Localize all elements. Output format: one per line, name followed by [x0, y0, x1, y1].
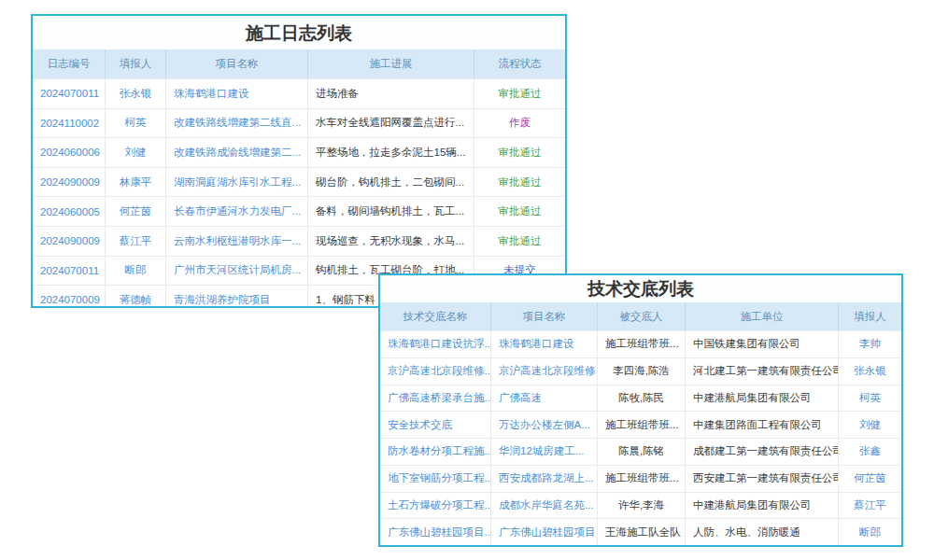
disclosure-name-cell[interactable]: 广佛高速桥梁承台施...	[380, 385, 490, 412]
table-row: 2024060006刘健改建铁路成渝线增建第二...平整场地，拉走多余泥土15辆…	[33, 137, 565, 167]
progress-cell: 现场巡查，无积水现象，水马...	[307, 226, 474, 256]
reporter-cell[interactable]: 林康平	[105, 167, 165, 197]
log-header-row: 日志编号填报人项目名称施工进展流程状态	[33, 49, 565, 78]
status-cell[interactable]: 审批通过	[474, 167, 565, 197]
project-name-cell[interactable]: 珠海鹤港口建设	[490, 330, 597, 357]
table-row: 2024110002柯英改建铁路线增建第二线直...水车对全线遮阳网覆盖点进行.…	[33, 108, 565, 138]
log-id-cell[interactable]: 2024060005	[33, 196, 105, 226]
technical-disclosure-title: 技术交底列表	[380, 275, 901, 302]
column-header: 项目名称	[165, 49, 307, 78]
disclosure-name-cell[interactable]: 珠海鹤港口建设抗浮...	[380, 330, 490, 357]
project-name-cell[interactable]: 华润12城房建工...	[490, 438, 597, 465]
disclosed-person-cell: 施工班组带班...	[597, 411, 685, 438]
project-name-cell[interactable]: 广东佛山碧桂园项目	[490, 518, 597, 545]
technical-disclosure-table: 技术交底名称项目名称被交底人施工单位填报人 珠海鹤港口建设抗浮...珠海鹤港口建…	[380, 302, 901, 545]
project-name-cell[interactable]: 云南水利枢纽潜明水库一...	[165, 226, 307, 256]
disclosure-name-cell[interactable]: 地下室钢筋分项工程...	[380, 465, 490, 492]
reporter-cell[interactable]: 张永银	[105, 78, 165, 108]
log-id-cell[interactable]: 2024090009	[33, 226, 105, 256]
project-name-cell[interactable]: 青海洪湖养护院项目	[165, 285, 307, 308]
table-row: 2024090009蔡江平云南水利枢纽潜明水库一...现场巡查，无积水现象，水马…	[33, 226, 565, 256]
project-name-cell[interactable]: 湖南洞庭湖水库引水工程...	[165, 167, 307, 197]
disclosure-name-cell[interactable]: 广东佛山碧桂园项目...	[380, 518, 490, 545]
column-header: 被交底人	[597, 302, 685, 330]
log-id-cell[interactable]: 2024060006	[33, 137, 105, 167]
status-cell[interactable]: 审批通过	[474, 78, 565, 108]
reporter-cell[interactable]: 张永银	[838, 357, 901, 385]
construction-unit-cell: 人防、水电、消防暖通	[685, 518, 838, 545]
column-header: 项目名称	[490, 302, 597, 330]
log-id-cell[interactable]: 2024070011	[33, 78, 105, 108]
reporter-cell[interactable]: 断郎	[105, 256, 165, 286]
table-row: 2024090009林康平湖南洞庭湖水库引水工程...砌台阶，钩机排土，二包砌间…	[33, 167, 565, 197]
reporter-cell[interactable]: 张鑫	[838, 438, 901, 465]
construction-unit-cell: 中建集团路面工程有限公司	[685, 411, 838, 438]
construction-unit-cell: 中建港航局集团有限公司	[685, 492, 838, 519]
reporter-cell[interactable]: 李帅	[838, 330, 901, 357]
project-name-cell[interactable]: 改建铁路成渝线增建第二...	[165, 137, 307, 167]
construction-log-title: 施工日志列表	[33, 16, 565, 49]
project-name-cell[interactable]: 改建铁路线增建第二线直...	[165, 108, 307, 138]
reporter-cell[interactable]: 蔡江平	[838, 492, 901, 519]
table-row: 安全技术交底万达办公楼左侧A...施工班组带班...中建集团路面工程有限公司刘健	[380, 411, 901, 438]
disclosed-person-cell: 李四海,陈浩	[597, 357, 685, 385]
project-name-cell[interactable]: 长春市伊通河水力发电厂...	[165, 196, 307, 226]
status-cell[interactable]: 审批通过	[474, 137, 565, 167]
log-id-cell[interactable]: 2024070011	[33, 256, 105, 286]
construction-unit-cell: 成都建工第一建筑有限责任公司	[685, 438, 838, 465]
construction-unit-cell: 河北建工第一建筑有限责任公司	[685, 357, 838, 385]
progress-cell: 进场准备	[307, 78, 474, 108]
table-row: 防水卷材分项工程施...华润12城房建工...陈晨,陈铭成都建工第一建筑有限责任…	[380, 438, 901, 465]
log-id-cell[interactable]: 2024090009	[33, 167, 105, 197]
project-name-cell[interactable]: 成都水岸华庭名苑...	[490, 492, 597, 519]
disclosure-name-cell[interactable]: 防水卷材分项工程施...	[380, 438, 490, 465]
construction-log-table: 日志编号填报人项目名称施工进展流程状态 2024070011张永银珠海鹤港口建设…	[33, 49, 565, 308]
reporter-cell[interactable]: 断郎	[838, 518, 901, 545]
status-cell[interactable]: 作废	[474, 108, 565, 138]
progress-cell: 备料，砌间墙钩机排土，瓦工...	[307, 196, 474, 226]
reporter-cell[interactable]: 柯英	[838, 385, 901, 412]
column-header: 施工单位	[685, 302, 838, 330]
progress-cell: 平整场地，拉走多余泥土15辆...	[307, 137, 474, 167]
reporter-cell[interactable]: 柯英	[105, 108, 165, 138]
disclosure-name-cell[interactable]: 京沪高速北京段维修...	[380, 357, 490, 385]
log-id-cell[interactable]: 2024070009	[33, 285, 105, 308]
table-row: 广东佛山碧桂园项目...广东佛山碧桂园项目王海施工队全队人防、水电、消防暖通断郎	[380, 518, 901, 545]
technical-disclosure-panel: 技术交底列表 技术交底名称项目名称被交底人施工单位填报人 珠海鹤港口建设抗浮..…	[378, 273, 903, 547]
disclosed-person-cell: 施工班组带班...	[597, 465, 685, 492]
disclosed-person-cell: 陈晨,陈铭	[597, 438, 685, 465]
disclosed-person-cell: 王海施工队全队	[597, 518, 685, 545]
disclosure-name-cell[interactable]: 安全技术交底	[380, 411, 490, 438]
reporter-cell[interactable]: 蒋德帧	[105, 285, 165, 308]
column-header: 填报人	[105, 49, 165, 78]
progress-cell: 砌台阶，钩机排土，二包砌间...	[307, 167, 474, 197]
column-header: 日志编号	[33, 49, 105, 78]
column-header: 技术交底名称	[380, 302, 490, 330]
table-row: 京沪高速北京段维修...京沪高速北京段维修李四海,陈浩河北建工第一建筑有限责任公…	[380, 357, 901, 385]
table-row: 2024070011张永银珠海鹤港口建设进场准备审批通过	[33, 78, 565, 108]
column-header: 施工进展	[307, 49, 474, 78]
progress-cell: 水车对全线遮阳网覆盖点进行...	[307, 108, 474, 138]
reporter-cell[interactable]: 刘健	[105, 137, 165, 167]
table-row: 2024060005何芷茵长春市伊通河水力发电厂...备料，砌间墙钩机排土，瓦工…	[33, 196, 565, 226]
project-name-cell[interactable]: 西安成都路龙湖上...	[490, 465, 597, 492]
project-name-cell[interactable]: 广州市天河区统计局机房...	[165, 256, 307, 286]
project-name-cell[interactable]: 珠海鹤港口建设	[165, 78, 307, 108]
project-name-cell[interactable]: 万达办公楼左侧A...	[490, 411, 597, 438]
disclosed-person-cell: 许华,李海	[597, 492, 685, 519]
construction-unit-cell: 西安建工第一建筑有限责任公司	[685, 465, 838, 492]
project-name-cell[interactable]: 京沪高速北京段维修	[490, 357, 597, 385]
reporter-cell[interactable]: 蔡江平	[105, 226, 165, 256]
log-id-cell[interactable]: 2024110002	[33, 108, 105, 138]
column-header: 填报人	[838, 302, 901, 330]
reporter-cell[interactable]: 何芷茵	[105, 196, 165, 226]
construction-unit-cell: 中国铁建集团有限公司	[685, 330, 838, 357]
disclosed-person-cell: 陈牧,陈民	[597, 385, 685, 412]
project-name-cell[interactable]: 广佛高速	[490, 385, 597, 412]
status-cell[interactable]: 审批通过	[474, 226, 565, 256]
status-cell[interactable]: 审批通过	[474, 196, 565, 226]
reporter-cell[interactable]: 何芷茵	[838, 465, 901, 492]
disclosure-name-cell[interactable]: 土石方爆破分项工程...	[380, 492, 490, 519]
reporter-cell[interactable]: 刘健	[838, 411, 901, 438]
column-header: 流程状态	[474, 49, 565, 78]
